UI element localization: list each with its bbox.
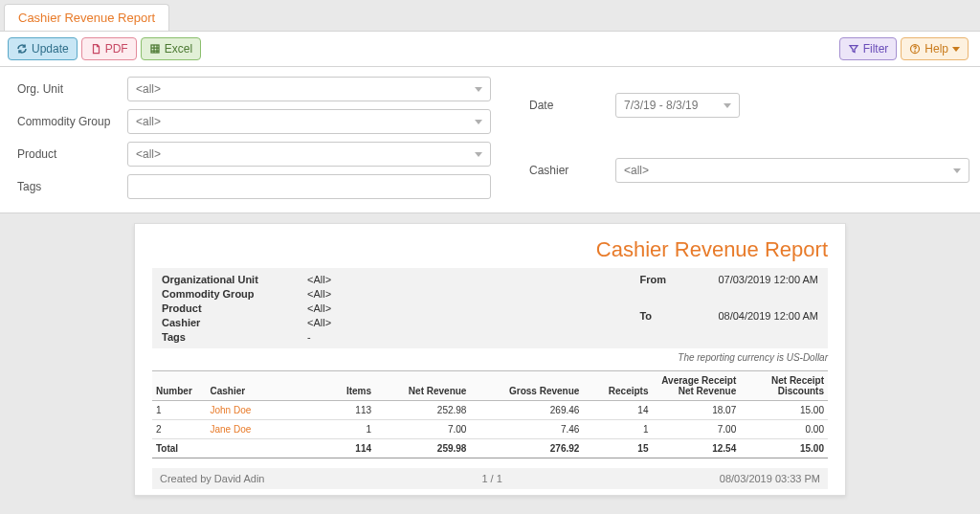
meta-to-k: To <box>639 310 697 344</box>
cell-avg-receipt: 7.00 <box>652 420 740 439</box>
help-label: Help <box>924 42 948 56</box>
footer-pages: 1 / 1 <box>481 473 501 484</box>
chevron-down-icon <box>953 168 961 173</box>
pdf-label: PDF <box>105 42 128 56</box>
report-table: Number Cashier Items Net Revenue Gross R… <box>152 370 828 458</box>
cell-number: 2 <box>152 420 206 439</box>
total-label: Total <box>152 439 206 458</box>
table-row: 1John Doe113252.98269.461418.0715.00 <box>152 401 828 420</box>
footer-created-by: Created by David Adin <box>160 473 264 484</box>
cell-net-rev: 7.00 <box>375 420 470 439</box>
cell-receipts: 14 <box>583 401 652 420</box>
svg-point-2 <box>915 51 916 52</box>
chevron-down-icon <box>475 152 482 157</box>
tabbar: Cashier Revenue Report <box>0 0 980 32</box>
cell-net-rev: 252.98 <box>375 401 470 420</box>
report-title: Cashier Revenue Report <box>152 237 828 262</box>
meta-cashier-k: Cashier <box>162 317 286 328</box>
total-net-rev: 259.98 <box>375 439 470 458</box>
cashier-value: <all> <box>624 164 649 177</box>
meta-from-k: From <box>639 274 697 307</box>
date-value: 7/3/19 - 8/3/19 <box>624 99 698 112</box>
meta-to-v: 08/04/2019 12:00 AM <box>718 310 818 344</box>
update-button[interactable]: Update <box>8 37 78 60</box>
currency-note: The reporting currency is US-Dollar <box>152 352 828 363</box>
refresh-icon <box>16 43 28 55</box>
meta-from-v: 07/03/2019 12:00 AM <box>718 274 818 307</box>
cell-cashier: John Doe <box>206 401 327 420</box>
help-button[interactable]: Help <box>901 37 969 60</box>
chevron-down-icon <box>475 87 482 92</box>
cashier-label: Cashier <box>529 164 615 177</box>
total-net-discounts: 15.00 <box>740 439 828 458</box>
commodity-value: <all> <box>136 115 161 128</box>
cell-gross-rev: 269.46 <box>470 401 583 420</box>
pdf-button[interactable]: PDF <box>81 37 137 60</box>
meta-org-unit-k: Organizational Unit <box>162 274 286 285</box>
tags-input[interactable] <box>127 174 491 199</box>
commodity-label: Commodity Group <box>17 115 127 128</box>
total-items: 114 <box>328 439 375 458</box>
tags-label: Tags <box>17 180 127 193</box>
excel-label: Excel <box>165 42 192 56</box>
col-receipts: Receipts <box>583 371 652 401</box>
col-avg-receipt: Average Receipt Net Revenue <box>652 371 740 401</box>
filter-label: Filter <box>863 42 889 56</box>
col-items: Items <box>328 371 375 401</box>
meta-cashier-v: <All> <box>307 317 331 328</box>
chevron-down-icon <box>724 103 731 108</box>
org-unit-label: Org. Unit <box>17 82 127 96</box>
report-footer: Created by David Adin 1 / 1 08/03/2019 0… <box>152 468 828 489</box>
meta-product-v: <All> <box>307 302 331 314</box>
cell-net-discounts: 15.00 <box>740 401 828 420</box>
cell-net-discounts: 0.00 <box>740 420 828 439</box>
cell-items: 1 <box>328 420 375 439</box>
cell-number: 1 <box>152 401 206 420</box>
cell-avg-receipt: 18.07 <box>652 401 740 420</box>
meta-commodity-k: Commodity Group <box>162 288 286 300</box>
table-row: 2Jane Doe17.007.4617.000.00 <box>152 420 828 439</box>
chevron-down-icon <box>952 47 960 52</box>
update-label: Update <box>32 42 69 56</box>
help-icon <box>909 43 921 55</box>
product-label: Product <box>17 147 127 161</box>
meta-tags-v: - <box>307 331 331 343</box>
cashier-select[interactable]: <all> <box>615 158 969 183</box>
col-number: Number <box>152 371 206 401</box>
date-range-picker[interactable]: 7/3/19 - 8/3/19 <box>615 93 740 118</box>
cell-cashier: Jane Doe <box>206 420 327 439</box>
report: Cashier Revenue Report Organizational Un… <box>134 223 846 496</box>
total-avg-receipt: 12.54 <box>652 439 740 458</box>
file-pdf-icon <box>90 43 101 55</box>
org-unit-select[interactable]: <all> <box>127 77 491 101</box>
col-cashier: Cashier <box>206 371 327 401</box>
meta-tags-k: Tags <box>162 331 286 343</box>
cell-items: 113 <box>328 401 375 420</box>
total-gross-rev: 276.92 <box>470 439 583 458</box>
chevron-down-icon <box>475 120 482 124</box>
col-gross-rev: Gross Revenue <box>470 371 583 401</box>
total-receipts: 15 <box>583 439 652 458</box>
date-label: Date <box>529 99 615 112</box>
excel-button[interactable]: Excel <box>141 37 201 60</box>
meta-commodity-v: <All> <box>307 288 331 300</box>
toolbar: Update PDF Excel Filter Help <box>0 32 980 67</box>
tab-active[interactable]: Cashier Revenue Report <box>4 4 169 31</box>
filter-icon <box>848 43 859 55</box>
cell-receipts: 1 <box>583 420 652 439</box>
filter-panel: Org. Unit <all> Commodity Group <all> Pr… <box>0 67 980 213</box>
cashier-link[interactable]: Jane Doe <box>210 424 251 435</box>
cell-gross-rev: 7.46 <box>470 420 583 439</box>
svg-rect-0 <box>151 45 159 53</box>
product-select[interactable]: <all> <box>127 142 491 167</box>
commodity-select[interactable]: <all> <box>127 109 491 134</box>
org-unit-value: <all> <box>136 82 161 96</box>
product-value: <all> <box>136 147 161 161</box>
meta-org-unit-v: <All> <box>307 274 331 285</box>
table-total-row: Total114259.98276.921512.5415.00 <box>152 439 828 458</box>
meta-product-k: Product <box>162 302 286 314</box>
cashier-link[interactable]: John Doe <box>210 405 251 415</box>
report-meta: Organizational Unit <All> Commodity Grou… <box>152 268 828 348</box>
filter-button[interactable]: Filter <box>839 37 898 60</box>
col-net-rev: Net Revenue <box>375 371 470 401</box>
